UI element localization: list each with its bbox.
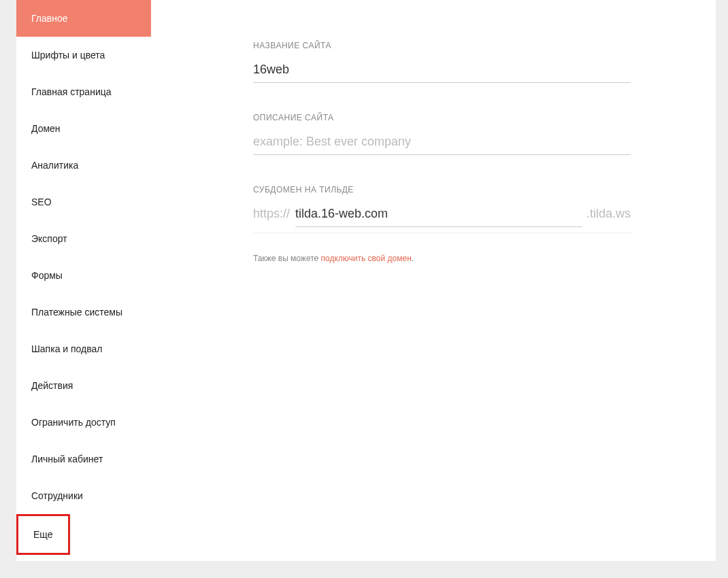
connect-domain-link[interactable]: подключить свой домен [321, 254, 412, 263]
site-name-label: НАЗВАНИЕ САЙТА [253, 41, 631, 50]
site-description-input[interactable] [253, 132, 631, 155]
site-description-label: ОПИСАНИЕ САЙТА [253, 113, 631, 122]
sidebar-item-employees[interactable]: Сотрудники [16, 477, 151, 514]
sidebar-item-main-page[interactable]: Главная страница [16, 73, 151, 110]
hint-text: Также вы можете [253, 254, 321, 263]
domain-hint: Также вы можете подключить свой домен. [253, 254, 631, 263]
highlight-box: Еще [16, 514, 70, 555]
sidebar-item-actions[interactable]: Действия [16, 367, 151, 404]
sidebar-item-more[interactable]: Еще [18, 516, 68, 553]
subdomain-row: https:// .tilda.ws [253, 204, 631, 233]
field-site-name: НАЗВАНИЕ САЙТА [253, 41, 631, 83]
sidebar-item-export[interactable]: Экспорт [16, 220, 151, 257]
sidebar-item-restrict-access[interactable]: Ограничить доступ [16, 404, 151, 441]
sidebar-item-domain[interactable]: Домен [16, 110, 151, 147]
site-name-input[interactable] [253, 60, 631, 83]
field-site-description: ОПИСАНИЕ САЙТА [253, 113, 631, 155]
hint-period: . [412, 254, 414, 263]
main-content: НАЗВАНИЕ САЙТА ОПИСАНИЕ САЙТА СУБДОМЕН Н… [151, 0, 716, 561]
subdomain-suffix: .tilda.ws [586, 207, 631, 221]
sidebar-item-payment-systems[interactable]: Платежные системы [16, 294, 151, 330]
subdomain-prefix: https:// [253, 207, 290, 221]
subdomain-label: СУБДОМЕН НА ТИЛЬДЕ [253, 185, 631, 194]
sidebar-item-seo[interactable]: SEO [16, 184, 151, 220]
field-subdomain: СУБДОМЕН НА ТИЛЬДЕ https:// .tilda.ws [253, 185, 631, 233]
sidebar-item-header-footer[interactable]: Шапка и подвал [16, 330, 151, 367]
sidebar-item-analytics[interactable]: Аналитика [16, 147, 151, 184]
sidebar-item-forms[interactable]: Формы [16, 257, 151, 294]
sidebar-item-personal-cabinet[interactable]: Личный кабинет [16, 441, 151, 477]
subdomain-input[interactable] [295, 204, 582, 227]
settings-panel: Главное Шрифты и цвета Главная страница … [16, 0, 716, 561]
sidebar: Главное Шрифты и цвета Главная страница … [16, 0, 151, 561]
sidebar-item-main[interactable]: Главное [16, 0, 151, 37]
sidebar-item-fonts-colors[interactable]: Шрифты и цвета [16, 37, 151, 73]
